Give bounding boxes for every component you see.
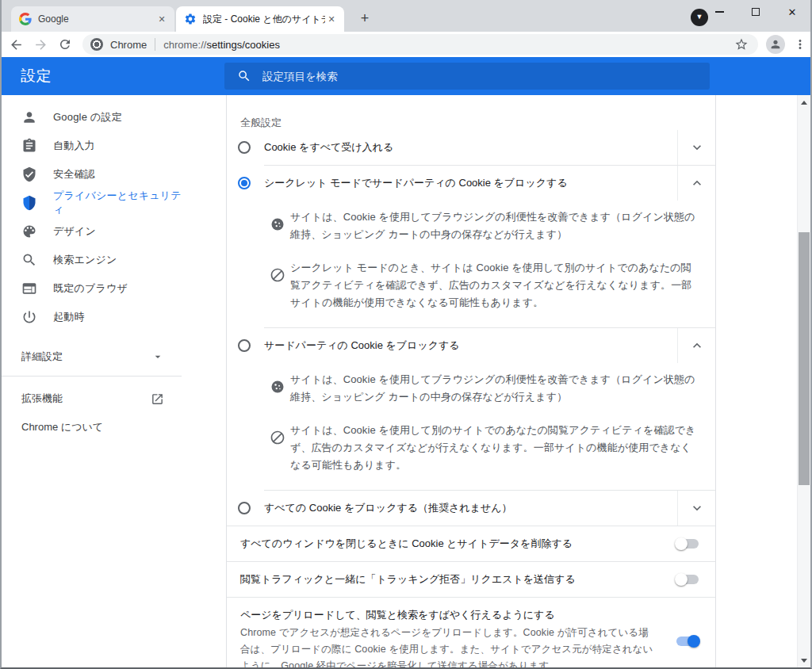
bookmark-star-icon[interactable] [734,37,749,52]
option-details: サイトは、Cookie を使用してブラウジングの利便性を改善できます（ログイン状… [227,363,715,490]
toggle-preload-pages[interactable]: ページをプリロードして、閲覧と検索をすばやく行えるようにする Chrome でア… [227,598,715,669]
expand-button[interactable] [677,491,715,526]
new-tab-button[interactable]: + [355,10,374,29]
detail-item: サイトは、Cookie を使用してブラウジングの利便性を改善できます（ログイン状… [227,363,715,414]
sidebar-item-about-chrome[interactable]: Chrome について [2,413,182,442]
omnibox-separator [155,38,155,51]
reload-icon[interactable] [55,34,75,55]
privacy-shield-icon [21,195,37,211]
option-accept-all-cookies[interactable]: Cookie をすべて受け入れる [227,130,715,165]
sidebar-item-default-browser[interactable]: 既定のブラウザ [2,274,182,303]
option-block-all-cookies[interactable]: すべての Cookie をブロックする（推奨されません） [227,491,715,526]
tab-strip: Google ✕ 設定 - Cookie と他のサイトデータ ✕ + ▼ ✕ [2,0,810,32]
settings-header: 設定 [2,57,810,95]
google-g-icon [19,13,32,25]
page-title: 設定 [21,66,52,86]
toggle-off-switch[interactable] [676,575,699,584]
settings-gear-icon [184,13,197,25]
radio-unselected-icon[interactable] [238,141,251,154]
search-icon [21,252,37,268]
open-in-new-icon [151,392,164,406]
close-button[interactable]: ✕ [774,0,810,24]
window-controls: ✕ [701,0,810,24]
tab-close-icon[interactable]: ✕ [155,13,168,25]
sidebar-item-appearance[interactable]: デザイン [2,217,182,246]
tab-google[interactable]: Google ✕ [11,6,174,32]
scrollbar-thumb[interactable] [799,232,810,485]
tab-title: 設定 - Cookie と他のサイトデータ [203,13,325,26]
collapse-button[interactable] [677,328,715,363]
cookie-icon [270,216,285,232]
scroll-up-button[interactable] [798,96,810,109]
settings-search-box[interactable] [224,63,710,90]
back-icon[interactable] [6,34,26,55]
block-icon [270,267,285,283]
settings-page: Google の設定 自動入力 安全確認 プライバシーとセキュリティ デザイン … [2,95,810,667]
collapse-button[interactable] [677,166,715,201]
page-scrollbar[interactable] [797,95,810,667]
radio-unselected-icon[interactable] [238,339,251,352]
more-vert-icon[interactable] [791,35,810,54]
section-title: 全般設定 [227,95,715,130]
toggle-off-switch[interactable] [676,539,699,549]
chrome-logo-icon [90,38,103,51]
chevron-up-icon [689,175,705,191]
browser-toolbar: Chrome chrome://settings/cookies [2,32,810,57]
sidebar-item-search-engine[interactable]: 検索エンジン [2,246,182,274]
clipboard-icon [21,138,37,154]
chevron-down-icon [689,500,705,516]
sidebar-item-privacy-security[interactable]: プライバシーとセキュリティ [2,189,182,217]
toggle-on-switch[interactable] [676,637,699,646]
sidebar-item-extensions[interactable]: 拡張機能 [2,384,182,413]
address-bar[interactable]: Chrome chrome://settings/cookies [82,34,758,55]
settings-sidebar: Google の設定 自動入力 安全確認 プライバシーとセキュリティ デザイン … [2,95,182,667]
sidebar-advanced-toggle[interactable]: 詳細設定 [2,342,182,371]
maximize-button[interactable] [737,0,774,24]
option-details: サイトは、Cookie を使用してブラウジングの利便性を改善できます（ログイン状… [227,201,715,327]
caret-down-icon [151,350,164,363]
sidebar-item-google-settings[interactable]: Google の設定 [2,103,182,132]
cookie-icon [270,379,285,395]
radio-selected-icon[interactable] [238,177,251,189]
site-label: Chrome [110,39,147,51]
expand-button[interactable] [677,130,715,165]
tab-title: Google [38,13,155,25]
url-text[interactable]: chrome://settings/cookies [163,39,734,51]
palette-icon [21,224,37,239]
search-icon [237,69,251,83]
sidebar-item-on-startup[interactable]: 起動時 [2,303,182,331]
browser-window-icon [21,281,37,296]
chevron-down-icon [689,140,705,155]
person-icon [21,109,37,125]
detail-item: サイトは、Cookie を使用してブラウジングの利便性を改善できます（ログイン状… [227,201,715,251]
minimize-button[interactable] [701,0,737,24]
detail-item: サイトは、Cookie を使用して別のサイトでのあなたの閲覧アクティビティを確認… [227,414,715,482]
chevron-up-icon [689,338,705,354]
toggle-do-not-track[interactable]: 閲覧トラフィックと一緒に「トラッキング拒否」リクエストを送信する [227,562,715,597]
shield-check-icon [21,166,37,182]
toggle-clear-on-exit[interactable]: すべてのウィンドウを閉じるときに Cookie とサイトデータを削除する [227,526,715,561]
detail-item: シークレット モードのとき、サイトは Cookie を使用して別のサイトでのあな… [227,251,715,319]
sidebar-divider [2,376,182,377]
settings-search-input[interactable] [262,71,700,82]
profile-avatar[interactable] [766,35,785,54]
sidebar-item-autofill[interactable]: 自動入力 [2,132,182,160]
block-icon [270,430,285,445]
scroll-down-button[interactable] [798,654,810,667]
cookies-settings-card: 全般設定 Cookie をすべて受け入れる シークレット モードでサードパーティ… [226,95,716,669]
forward-icon[interactable] [30,34,51,55]
radio-unselected-icon[interactable] [238,502,251,514]
tab-settings-cookies[interactable]: 設定 - Cookie と他のサイトデータ ✕ [176,6,344,32]
option-block-third-party[interactable]: サードパーティの Cookie をブロックする [227,328,715,363]
sidebar-item-safety-check[interactable]: 安全確認 [2,160,182,189]
option-block-third-party-incognito[interactable]: シークレット モードでサードパーティの Cookie をブロックする [227,166,715,201]
power-icon [21,309,37,325]
tab-close-icon[interactable]: ✕ [325,13,338,25]
